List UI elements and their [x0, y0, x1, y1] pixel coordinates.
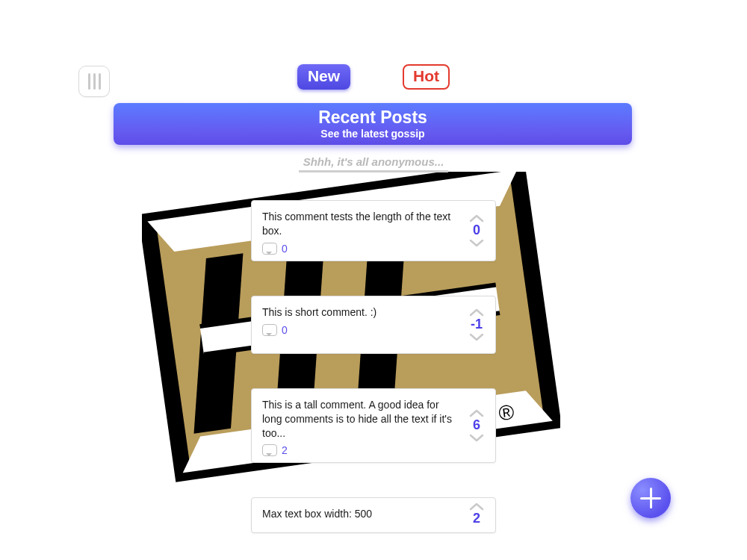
- banner-subtitle: See the latest gossip: [114, 128, 632, 140]
- upvote-icon[interactable]: [468, 502, 485, 511]
- post-card[interactable]: This is a tall comment. A good idea for …: [251, 388, 496, 464]
- upvote-icon[interactable]: [468, 308, 485, 317]
- comment-icon[interactable]: [262, 243, 277, 255]
- header-banner: Recent Posts See the latest gossip: [114, 103, 632, 145]
- post-list: This comment tests the length of the tex…: [0, 200, 747, 533]
- tab-hot[interactable]: Hot: [403, 64, 450, 90]
- post-card[interactable]: This is short comment. :) 0 -1: [251, 296, 496, 354]
- post-text: Max text box width: 500: [262, 507, 459, 521]
- post-text: This is short comment. :): [262, 305, 459, 320]
- comment-icon[interactable]: [262, 444, 277, 456]
- post-text: This comment tests the length of the tex…: [262, 210, 459, 238]
- comment-icon[interactable]: [262, 324, 277, 336]
- vote-score: 6: [473, 418, 480, 433]
- comment-count: 0: [282, 243, 288, 255]
- downvote-icon[interactable]: [468, 333, 485, 342]
- vote-score: 0: [473, 223, 480, 238]
- compose-input[interactable]: Shhh, it's all anonymous...: [299, 155, 449, 172]
- compose-fab[interactable]: [630, 478, 671, 518]
- tab-new[interactable]: New: [297, 64, 350, 90]
- post-card[interactable]: This comment tests the length of the tex…: [251, 200, 496, 261]
- vote-score: 2: [473, 511, 480, 526]
- downvote-icon[interactable]: [468, 239, 485, 248]
- downvote-icon[interactable]: [468, 434, 485, 443]
- upvote-icon[interactable]: [468, 408, 485, 417]
- upvote-icon[interactable]: [468, 214, 485, 223]
- post-card[interactable]: Max text box width: 500 2: [251, 497, 496, 533]
- comment-count: 0: [282, 324, 288, 336]
- vote-score: -1: [471, 317, 483, 332]
- banner-title: Recent Posts: [114, 108, 632, 127]
- comment-count: 2: [282, 444, 288, 456]
- post-text: This is a tall comment. A good idea for …: [262, 398, 459, 441]
